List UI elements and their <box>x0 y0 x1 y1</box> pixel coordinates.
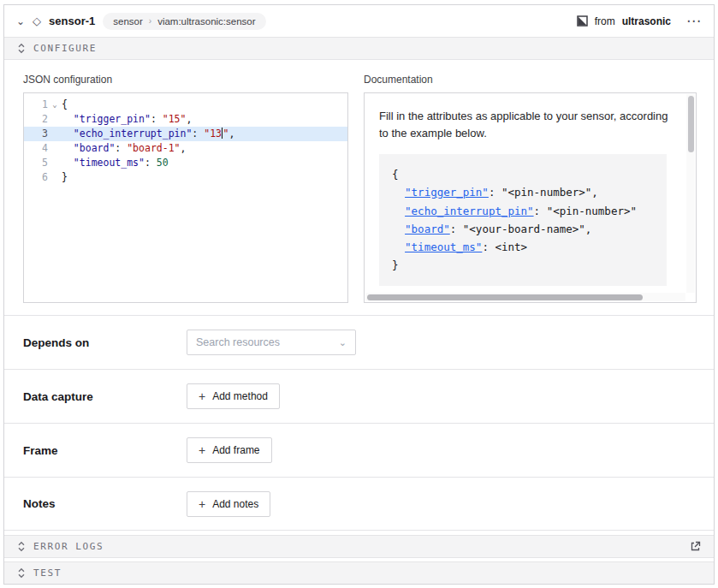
collapse-chevron-icon[interactable]: ⌄ <box>16 16 25 27</box>
depends-on-placeholder: Search resources <box>196 336 280 348</box>
chevron-down-icon: ⌄ <box>339 337 347 348</box>
editor-line: 5 "timeout_ms": 50 <box>24 156 347 170</box>
plus-icon: + <box>199 498 205 510</box>
json-configuration-label: JSON configuration <box>23 74 348 86</box>
depends-on-select[interactable]: Search resources ⌄ <box>187 330 356 355</box>
documentation-label: Documentation <box>364 74 697 86</box>
configure-section-header[interactable]: CONFIGURE <box>4 37 714 60</box>
data-capture-row: Data capture + Add method <box>4 369 714 423</box>
breadcrumb-separator-icon: › <box>149 16 151 26</box>
resource-header: ⌄ ◇ sensor-1 sensor › viam:ultrasonic:se… <box>4 5 714 37</box>
module-icon <box>577 15 588 27</box>
sensor-diamond-icon: ◇ <box>33 15 41 27</box>
resource-breadcrumb-pill: sensor › viam:ultrasonic:sensor <box>103 13 265 30</box>
add-notes-button[interactable]: + Add notes <box>187 491 270 517</box>
collapse-updown-icon <box>17 567 26 579</box>
frame-label: Frame <box>23 444 187 457</box>
resource-card: ⌄ ◇ sensor-1 sensor › viam:ultrasonic:se… <box>3 4 715 585</box>
configure-body: JSON configuration 1⌄{2 "trigger_pin": "… <box>4 60 714 315</box>
module-from-prefix: from <box>595 15 615 27</box>
documentation-intro: Fill in the attributes as applicable to … <box>379 108 673 141</box>
test-section-title: TEST <box>33 567 62 579</box>
external-link-icon[interactable] <box>690 541 701 552</box>
depends-on-row: Depends on Search resources ⌄ <box>4 315 714 369</box>
fold-chevron-icon[interactable]: ⌄ <box>48 98 62 112</box>
doc-horizontal-scrollbar-thumb[interactable] <box>367 294 643 300</box>
doc-vertical-scrollbar[interactable] <box>686 94 695 293</box>
doc-horizontal-scrollbar[interactable] <box>365 293 685 301</box>
notes-row: Notes + Add notes <box>4 477 714 531</box>
add-method-button[interactable]: + Add method <box>187 383 280 409</box>
module-name-link[interactable]: ultrasonic <box>622 15 671 27</box>
documentation-panel: Fill in the attributes as applicable to … <box>364 92 697 303</box>
notes-label: Notes <box>23 497 187 510</box>
add-method-button-label: Add method <box>212 390 268 402</box>
data-capture-label: Data capture <box>23 390 187 403</box>
add-frame-button-label: Add frame <box>212 444 259 456</box>
collapse-updown-icon <box>17 541 26 552</box>
editor-line: 1⌄{ <box>24 98 347 112</box>
editor-line: 3 "echo_interrupt_pin": "13", <box>24 127 347 141</box>
more-menu-button[interactable]: ⋯ <box>686 12 702 30</box>
add-notes-button-label: Add notes <box>212 498 258 510</box>
doc-code: { "trigger_pin": "<pin-number>", "echo_i… <box>379 154 667 286</box>
json-editor[interactable]: 1⌄{2 "trigger_pin": "15",3 "echo_interru… <box>23 92 348 303</box>
error-logs-section-header[interactable]: ERROR LOGS <box>4 535 714 558</box>
editor-line: 6} <box>24 170 347 185</box>
doc-vertical-scrollbar-thumb[interactable] <box>688 96 694 152</box>
collapse-updown-icon <box>17 43 26 54</box>
resource-model-label: viam:ultrasonic:sensor <box>157 16 255 27</box>
configure-section-title: CONFIGURE <box>33 43 97 54</box>
resource-name: sensor-1 <box>49 15 95 27</box>
error-logs-section-title: ERROR LOGS <box>33 541 104 552</box>
editor-line: 2 "trigger_pin": "15", <box>24 112 347 127</box>
plus-icon: + <box>199 444 205 456</box>
frame-row: Frame + Add frame <box>4 423 714 477</box>
editor-line: 4 "board": "board-1", <box>24 141 347 156</box>
resource-type-label: sensor <box>113 16 143 27</box>
depends-on-label: Depends on <box>23 336 187 349</box>
plus-icon: + <box>199 390 205 402</box>
test-section-header[interactable]: TEST <box>4 561 714 585</box>
add-frame-button[interactable]: + Add frame <box>187 437 272 463</box>
